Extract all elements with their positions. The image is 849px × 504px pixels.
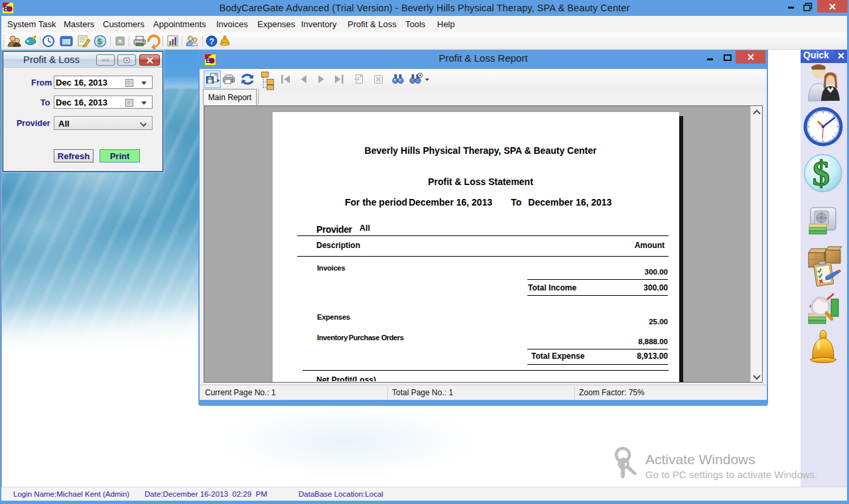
svg-text:?: ? bbox=[210, 37, 214, 46]
svg-text:$: $ bbox=[813, 155, 830, 192]
svg-text:$: $ bbox=[98, 37, 102, 46]
